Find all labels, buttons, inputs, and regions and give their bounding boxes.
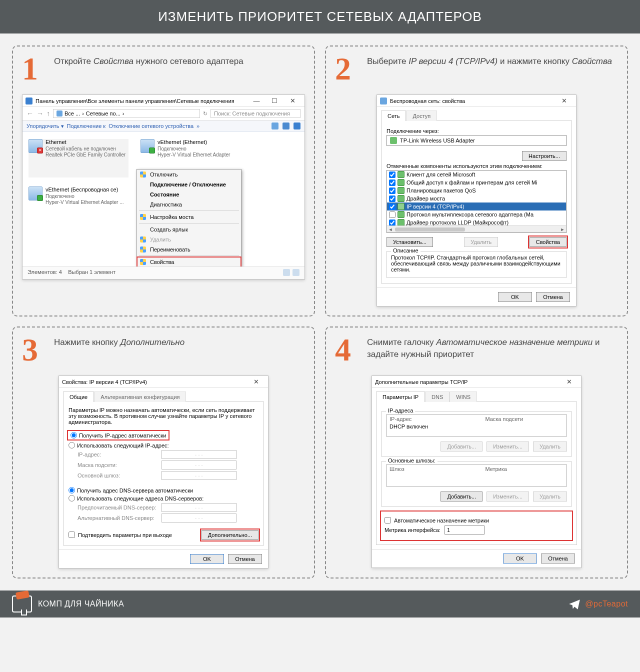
- disable-device-button[interactable]: Отключение сетевого устройства: [108, 123, 194, 129]
- gateways-group: Основные шлюзы:: [386, 458, 438, 464]
- cancel-button[interactable]: Отмена: [541, 554, 575, 564]
- dns1-field: . . .: [162, 503, 236, 512]
- brand-name: КОМП ДЛЯ ЧАЙНИКА: [38, 600, 124, 608]
- cancel-button[interactable]: Отмена: [536, 292, 570, 302]
- step-number: 1: [22, 56, 46, 82]
- tab-access[interactable]: Доступ: [406, 110, 437, 121]
- ok-button[interactable]: OK: [190, 554, 224, 564]
- add-gw-button[interactable]: Добавить...: [440, 492, 482, 502]
- adapter-item[interactable]: vEthernet (Беспроводная се) Подключено H…: [28, 186, 128, 225]
- layout-icon[interactable]: [282, 122, 290, 130]
- close-button[interactable]: ✕: [247, 378, 265, 386]
- organize-menu[interactable]: Упорядочить ▾: [26, 123, 64, 130]
- tab-general[interactable]: Общие: [63, 392, 94, 402]
- tab-dns[interactable]: DNS: [425, 392, 450, 402]
- gateways-list[interactable]: ШлюзМетрика: [386, 464, 567, 486]
- advanced-button[interactable]: Дополнительно...: [202, 530, 258, 540]
- window-icon: [380, 98, 387, 104]
- more-chevron[interactable]: »: [196, 123, 200, 129]
- adapter-icon: [28, 186, 42, 200]
- confirm-on-exit-checkbox[interactable]: Подтвердить параметры при выходе: [68, 532, 172, 538]
- ctx-properties[interactable]: Свойства: [137, 257, 241, 267]
- adapter-icon: [28, 139, 42, 153]
- ctx-diag[interactable]: Диагностика: [137, 200, 241, 210]
- tab-ip-params[interactable]: Параметры IP: [376, 392, 425, 402]
- properties-button[interactable]: Свойства: [530, 237, 566, 247]
- remove-button: Удалить: [464, 237, 498, 247]
- component-checkbox[interactable]: [389, 172, 396, 178]
- step-text: Нажмите кнопку Дополнительно: [54, 336, 184, 348]
- telegram-icon: [568, 598, 581, 610]
- metric-label: Метрика интерфейса:: [384, 527, 440, 533]
- close-button[interactable]: ✕: [284, 97, 302, 104]
- tab-wins[interactable]: WINS: [450, 392, 477, 402]
- radio-manual-ip[interactable]: Использовать следующий IP-адрес:: [68, 442, 258, 448]
- tab-network[interactable]: Сеть: [381, 110, 406, 121]
- radio-auto-ip[interactable]: Получить IP-адрес автоматически: [68, 432, 168, 439]
- back-button[interactable]: ←: [26, 110, 34, 118]
- shield-icon: [140, 172, 146, 178]
- component-checkbox[interactable]: [389, 212, 396, 218]
- ctx-status[interactable]: Состояние: [137, 190, 241, 200]
- ctx-bridge[interactable]: Настройка моста: [137, 212, 241, 222]
- auto-metric-checkbox[interactable]: Автоматическое назначение метрики: [384, 517, 568, 524]
- ctx-disable[interactable]: Отключить: [137, 170, 241, 180]
- maximize-button[interactable]: ☐: [266, 97, 284, 104]
- install-button[interactable]: Установить...: [386, 237, 433, 247]
- components-label: Отмеченные компоненты используются этим …: [386, 163, 566, 169]
- adapter-icon: [390, 137, 397, 144]
- description-label: Описание: [391, 248, 420, 254]
- ctx-rename[interactable]: Переименовать: [137, 244, 241, 254]
- component-checkbox[interactable]: [389, 196, 396, 202]
- component-checkbox[interactable]: [389, 220, 396, 226]
- forward-button[interactable]: →: [36, 110, 44, 118]
- configure-button[interactable]: Настроить...: [522, 151, 566, 161]
- ctx-shortcut[interactable]: Создать ярлык: [137, 224, 241, 234]
- view-switch[interactable]: [283, 269, 300, 277]
- close-button[interactable]: ✕: [555, 97, 573, 104]
- shield-icon: [140, 259, 146, 265]
- component-checkbox[interactable]: [389, 204, 396, 210]
- step-4-panel: 4 Снимите галочку Автоматическое назначе…: [325, 326, 628, 578]
- description-text: Протокол TCP/IP. Стандартный протокол гл…: [391, 254, 562, 272]
- help-icon[interactable]: [294, 122, 300, 130]
- close-button[interactable]: ✕: [560, 378, 578, 386]
- brand-logo: [12, 596, 32, 612]
- tab-alt-config[interactable]: Альтернативная конфигурация: [94, 392, 186, 402]
- components-list[interactable]: Клиент для сетей Microsoft Общий доступ …: [386, 170, 566, 233]
- del-gw-button: Удалить: [533, 492, 567, 502]
- shield-icon: [140, 236, 146, 242]
- window-title: Дополнительные параметры TCP/IP: [375, 379, 560, 385]
- view-icon[interactable]: [272, 122, 278, 130]
- radio-manual-dns[interactable]: Использовать следующие адреса DNS-сервер…: [68, 495, 258, 502]
- cancel-button[interactable]: Отмена: [228, 554, 262, 564]
- shield-icon: [140, 214, 146, 220]
- adapter-item[interactable]: Ethernet Сетевой кабель не подключен Rea…: [28, 139, 128, 178]
- component-icon: [398, 187, 404, 194]
- gateway-field: . . .: [162, 471, 236, 480]
- ip-addresses-list[interactable]: IP-адресМаска подсети DHCP включен: [386, 414, 567, 436]
- search-input[interactable]: Поиск: Сетевые подключения: [210, 109, 300, 118]
- adapter-icon: [140, 139, 154, 153]
- breadcrumb[interactable]: Все ... › Сетевые по... ›: [53, 109, 200, 118]
- step-number: 3: [22, 336, 46, 364]
- metric-input[interactable]: [444, 526, 484, 534]
- component-checkbox[interactable]: [389, 188, 396, 194]
- radio-auto-dns[interactable]: Получить адрес DNS-сервера автоматически: [68, 487, 258, 494]
- up-button[interactable]: ↑: [46, 110, 50, 118]
- telegram-link[interactable]: @pcTeapot: [568, 598, 628, 610]
- minimize-button[interactable]: —: [248, 97, 266, 104]
- step-text: Выберите IP версии 4 (TCP/IPv4) и нажмит…: [367, 56, 612, 68]
- connect-to-button[interactable]: Подключение к: [67, 123, 106, 129]
- del-ip-button: Удалить: [533, 442, 567, 452]
- ok-button[interactable]: OK: [503, 554, 537, 564]
- window-icon: [26, 98, 32, 104]
- component-checkbox[interactable]: [389, 180, 396, 186]
- status-item-count: Элементов: 4 Выбран 1 элемент: [28, 269, 116, 277]
- window-title: Беспроводная сеть: свойства: [390, 98, 555, 104]
- ctx-connect[interactable]: Подключение / Отключение: [137, 180, 241, 190]
- ok-button[interactable]: OK: [498, 292, 532, 302]
- adapter-name-field: TP-Link Wireless USB Adapter: [386, 135, 566, 146]
- component-icon: [398, 211, 404, 218]
- horizontal-scrollbar[interactable]: ◄►: [387, 226, 566, 232]
